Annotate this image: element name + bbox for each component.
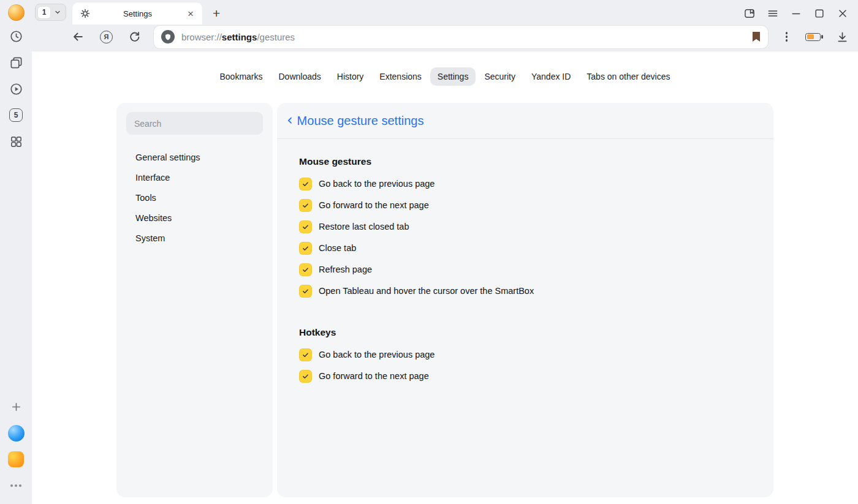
section-mouse-gestures: Mouse gestures Go back to the previous p… <box>299 156 751 298</box>
side-rail: 5 <box>0 0 32 504</box>
checkbox-label: Go forward to the next page <box>319 200 429 210</box>
checkbox-checked[interactable] <box>299 220 312 233</box>
maximize-button[interactable] <box>813 7 826 20</box>
downloads-button[interactable] <box>836 31 849 43</box>
rail-more-button[interactable] <box>5 475 27 497</box>
bookmark-button[interactable] <box>752 31 761 42</box>
sidebar-item-general[interactable]: General settings <box>126 148 263 167</box>
services-button[interactable] <box>5 130 27 152</box>
play-icon <box>9 82 23 96</box>
profile-avatar[interactable] <box>8 4 25 21</box>
check-icon <box>302 180 309 188</box>
yandex-logo-icon: Я <box>100 31 113 43</box>
tab-close-icon[interactable]: × <box>185 7 196 20</box>
gear-icon <box>80 9 90 18</box>
nav-security[interactable]: Security <box>477 67 523 86</box>
gesture-settings-panel: ‹ Mouse gesture settings Mouse gestures … <box>277 103 773 497</box>
minimize-icon <box>790 7 802 20</box>
settings-top-nav: Bookmarks Downloads History Extensions S… <box>32 67 858 86</box>
checkbox-label: Open Tableau and hover the cursor over t… <box>319 286 534 296</box>
yandex-search-button[interactable]: Я <box>100 31 113 43</box>
url-scheme: browser:// <box>181 32 222 42</box>
check-icon <box>302 266 309 274</box>
sidebar-item-system[interactable]: System <box>126 228 263 248</box>
settings-section-list: General settings Interface Tools Website… <box>126 148 263 248</box>
page-title: Mouse gesture settings <box>297 114 424 128</box>
url-text[interactable]: browser://settings/gestures <box>181 32 747 42</box>
active-tab-settings[interactable]: Settings × <box>72 2 202 24</box>
checkbox-checked[interactable] <box>299 348 312 361</box>
main-column: 1 Settings × + <box>32 0 858 504</box>
settings-page: Bookmarks Downloads History Extensions S… <box>32 51 858 504</box>
checkbox-checked[interactable] <box>299 370 312 383</box>
menu-button[interactable] <box>767 7 779 20</box>
chevron-down-icon <box>54 9 61 16</box>
close-icon <box>837 7 849 20</box>
gesture-row-back[interactable]: Go back to the previous page <box>299 177 751 190</box>
add-panel-button[interactable] <box>5 396 27 418</box>
address-bar[interactable]: browser://settings/gestures <box>154 26 768 48</box>
orange-app-icon <box>8 451 24 467</box>
toolbar-more-button[interactable] <box>783 31 790 43</box>
sidebar-toggle-button[interactable] <box>743 7 756 20</box>
minimize-button[interactable] <box>790 7 802 20</box>
nav-extensions[interactable]: Extensions <box>372 67 428 86</box>
check-icon <box>302 201 309 209</box>
protect-shield-icon[interactable] <box>161 30 175 43</box>
orange-app-button[interactable] <box>5 448 27 470</box>
checkbox-label: Go back to the previous page <box>319 179 435 189</box>
back-arrow-icon <box>71 30 85 43</box>
gesture-row-restore-tab[interactable]: Restore last closed tab <box>299 220 751 233</box>
video-button[interactable] <box>5 78 27 100</box>
checkbox-checked[interactable] <box>299 285 312 298</box>
section-heading: Mouse gestures <box>299 156 751 167</box>
panels: General settings Interface Tools Website… <box>32 86 858 504</box>
yandex-browser-button[interactable] <box>5 422 27 444</box>
bookmark-flag-icon <box>752 31 761 42</box>
panel-header-back[interactable]: ‹ Mouse gesture settings <box>277 103 773 139</box>
checkbox-checked[interactable] <box>299 178 312 190</box>
tab-count-button[interactable]: 5 <box>5 104 27 126</box>
section-hotkeys: Hotkeys Go back to the previous page Go … <box>299 327 751 383</box>
sidebar-item-tools[interactable]: Tools <box>126 188 263 208</box>
checkbox-label: Go forward to the next page <box>319 371 429 381</box>
url-host: settings <box>222 32 257 42</box>
close-window-button[interactable] <box>837 7 849 20</box>
nav-tabs-other-devices[interactable]: Tabs on other devices <box>579 67 677 86</box>
gesture-row-close-tab[interactable]: Close tab <box>299 241 751 255</box>
reload-button[interactable] <box>128 31 141 43</box>
reload-icon <box>128 31 141 43</box>
hotkey-row-back[interactable]: Go back to the previous page <box>299 348 751 361</box>
checkbox-checked[interactable] <box>299 199 312 212</box>
check-icon <box>302 287 309 295</box>
battery-indicator[interactable] <box>805 33 821 41</box>
section-heading: Hotkeys <box>299 327 751 338</box>
back-chevron-icon: ‹ <box>287 113 293 127</box>
tab-count-badge: 5 <box>9 108 23 122</box>
check-icon <box>302 372 309 380</box>
nav-history[interactable]: History <box>330 67 371 86</box>
nav-yandex-id[interactable]: Yandex ID <box>524 67 578 86</box>
sidebar-item-interface[interactable]: Interface <box>126 168 263 187</box>
toolbar: Я browser://settings/gestures <box>32 24 858 51</box>
feed-button[interactable] <box>5 51 27 73</box>
checkbox-checked[interactable] <box>299 263 312 276</box>
sidebar-item-websites[interactable]: Websites <box>126 208 263 228</box>
nav-settings[interactable]: Settings <box>430 67 476 86</box>
hotkey-row-forward[interactable]: Go forward to the next page <box>299 369 751 383</box>
new-tab-button[interactable]: + <box>210 7 222 20</box>
back-button[interactable] <box>71 30 85 43</box>
tab-group-chip[interactable]: 1 <box>35 4 66 21</box>
gesture-row-refresh[interactable]: Refresh page <box>299 263 751 276</box>
checkbox-checked[interactable] <box>299 242 312 255</box>
panel-body: Mouse gestures Go back to the previous p… <box>277 139 773 400</box>
more-horizontal-icon <box>10 484 21 487</box>
nav-downloads[interactable]: Downloads <box>271 67 328 86</box>
gesture-row-open-tableau[interactable]: Open Tableau and hover the cursor over t… <box>299 284 751 298</box>
check-icon <box>302 244 309 252</box>
search-input[interactable] <box>126 112 263 135</box>
nav-bookmarks[interactable]: Bookmarks <box>212 67 270 86</box>
gesture-row-forward[interactable]: Go forward to the next page <box>299 198 751 212</box>
apps-grid-icon <box>9 135 23 149</box>
history-button[interactable] <box>5 25 27 47</box>
